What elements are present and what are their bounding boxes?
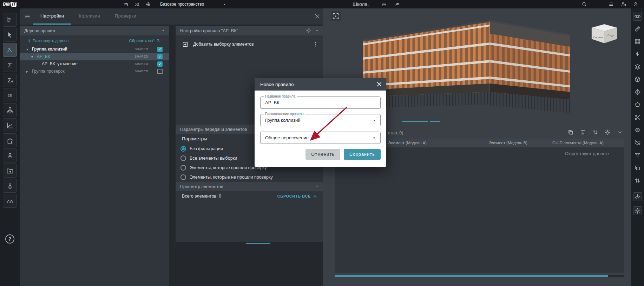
radio-icon [180,146,186,152]
gear-icon[interactable] [305,28,311,33]
tab-settings[interactable]: Настройки [33,8,71,25]
structure-icon[interactable] [3,103,17,117]
copy-view-icon[interactable] [633,164,642,172]
tree-row[interactable]: АР_ВК_уточнениеSHARED✓ [20,60,169,68]
kebab-menu-icon[interactable] [313,41,319,47]
results-toolbar [567,129,623,135]
collisions-icon[interactable] [3,43,17,57]
team-icon[interactable] [134,2,140,7]
chevron-down-icon[interactable] [315,28,320,33]
sum-add-icon[interactable] [3,73,17,87]
layers-icon[interactable] [633,62,642,71]
save-button[interactable]: Сохранить [344,149,381,160]
toolbox-icon[interactable] [123,2,129,7]
rule-section-header[interactable]: Настройка правила "АР_ВК" [176,26,323,35]
user-pin-icon[interactable] [3,179,17,193]
nav-cube[interactable]: Справа Сзади [588,22,620,44]
charts-icon[interactable] [3,118,17,132]
rule-name-field[interactable]: Название правила [260,97,381,109]
help-button[interactable]: ? [5,234,14,244]
close-icon[interactable] [376,81,383,88]
polygon-select-icon[interactable] [633,100,642,109]
share-icon[interactable] [395,0,400,8]
hide-icon[interactable] [633,138,642,147]
grid-icon[interactable] [633,37,642,46]
workspace-selector[interactable]: Базовое пространство [160,0,204,8]
new-rule-dialog: Новое правило Название правила Расположе… [255,78,386,167]
collapse-icon[interactable] [617,129,623,135]
show-icon[interactable] [633,126,642,134]
sum-icon[interactable] [3,58,17,72]
user-icon[interactable] [3,148,17,162]
dashboard-icon[interactable] [3,194,17,208]
close-icon[interactable] [314,13,321,20]
view-section-header[interactable]: Просмотр элементов [176,182,323,191]
copy-icon[interactable] [567,129,574,135]
tree-row[interactable]: ▸Группа проверокSHARED [20,68,169,75]
focus-target-icon[interactable] [633,88,642,97]
chevron-down-icon[interactable] [315,184,320,189]
scrollbar-thumb[interactable] [335,275,608,277]
horizontal-scrollbar[interactable] [335,275,624,277]
cube-face-label[interactable]: Справа [593,36,603,39]
account-icon[interactable] [633,0,638,8]
check-type-select[interactable]: Общее пересечение [260,132,381,144]
rules-tree: ▾Группа коллизийSHARED✓▾АР_ВКSHARED✓АР_В… [20,46,169,75]
radio-option[interactable]: Элементы, которые не прошли проверку [180,172,320,182]
project-settings-icon[interactable] [381,0,387,8]
add-selection-row[interactable]: Добавить выборку элементов [176,38,323,50]
model-cube-icon[interactable] [633,75,642,84]
sort-icon[interactable] [592,129,598,135]
caret-icon[interactable]: ▾ [31,53,33,60]
expand-tree-link[interactable]: Развернуть дерево [27,39,68,43]
cube-face-label[interactable]: Сзади [607,34,614,37]
select-cursor-icon[interactable] [3,28,17,42]
app-logo[interactable]: BIMiT [3,0,17,8]
chevron-down-icon[interactable] [161,28,166,33]
cancel-button[interactable]: Отменить [305,149,340,160]
caret-icon[interactable]: ▸ [26,68,28,75]
params-title: Параметры [182,136,207,141]
menu-icon[interactable] [24,13,31,20]
column-header[interactable]: Элемент (Модель B) [489,139,527,147]
clip-plane-icon[interactable] [633,192,642,201]
clash-bolt-icon[interactable] [633,50,642,59]
search-icon[interactable] [581,0,587,8]
import-icon[interactable] [580,129,586,135]
measure-icon[interactable] [633,25,642,33]
tree-row[interactable]: ▾Группа коллизийSHARED✓ [20,46,169,53]
caret-icon[interactable]: ▾ [26,46,28,53]
view-settings-icon[interactable] [633,206,642,215]
panel-scrollbar-thumb[interactable] [246,243,270,244]
shared-checkbox[interactable] [157,69,163,74]
view-2d-icon[interactable] [3,88,17,102]
tree-section-header[interactable]: Дерево правил [20,26,169,35]
filter-icon[interactable] [633,151,642,160]
rule-location-select[interactable]: Расположение правила Группа коллизий [260,114,381,126]
clear-icon [313,194,317,199]
sort-elements-icon[interactable] [633,176,642,185]
reset-all-link[interactable]: СБРОСИТЬ ВСЁ [277,194,317,199]
column-header[interactable]: GUID элемента (Модель А) [552,139,604,147]
column-header[interactable]: Элемент (Модель А) [388,139,427,147]
total-row: Всего элементов: 0 СБРОСИТЬ ВСЁ [182,194,317,199]
shared-folder-icon[interactable] [3,164,17,178]
shared-checkbox[interactable]: ✓ [157,47,163,52]
tab-collisions[interactable]: Коллизии [71,8,107,25]
focus-model-icon[interactable] [331,11,341,21]
chevron-down-icon[interactable] [222,0,227,8]
model-tree-icon[interactable] [3,13,17,27]
orbit-icon[interactable] [633,12,642,21]
shared-checkbox[interactable]: ✓ [157,54,163,59]
reset-tree-link[interactable]: Сбросить всё [129,38,161,43]
account-history-icon[interactable] [621,0,626,8]
plugins-icon[interactable] [3,133,17,147]
list-icon[interactable] [608,0,614,8]
settings-icon[interactable] [604,129,611,135]
shared-checkbox[interactable]: ✓ [157,61,163,67]
tab-checks[interactable]: Проверки [107,8,144,25]
section-cut-icon[interactable] [633,113,642,122]
tree-row[interactable]: ▾АР_ВКSHARED✓ [20,53,169,60]
globe-icon[interactable] [146,2,151,7]
rule-name-input[interactable] [261,97,362,108]
